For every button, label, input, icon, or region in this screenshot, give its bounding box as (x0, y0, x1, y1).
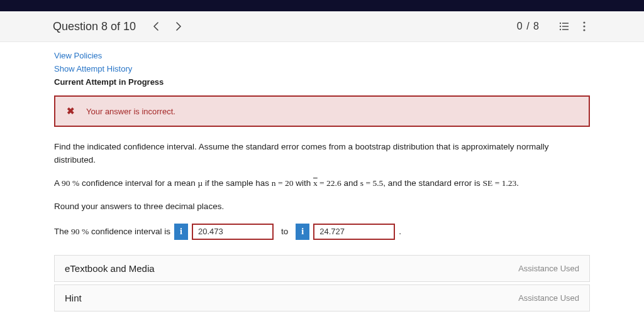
question-list-button[interactable] (557, 19, 571, 33)
info-button-upper[interactable]: i (296, 224, 309, 240)
more-options-button[interactable] (577, 19, 591, 33)
top-nav-bar (0, 0, 644, 11)
kebab-icon (583, 21, 586, 31)
prompt-details: A 90 % confidence interval for a mean µ … (54, 177, 590, 190)
math-xbar: x = 22.6 (313, 178, 341, 188)
question-number-label: Question 8 of 10 (53, 20, 136, 33)
math-percent: 90 % (71, 227, 89, 236)
math-percent: 90 % (62, 178, 79, 188)
upper-bound-input[interactable] (313, 224, 395, 240)
text-fragment: confidence interval is (89, 227, 170, 236)
text-fragment: , and the standard error is (383, 178, 482, 188)
etextbook-accordion[interactable]: eTextbook and Media Assistance Used (54, 255, 590, 282)
incorrect-alert: ✖ Your answer is incorrect. (54, 95, 590, 127)
current-attempt-label: Current Attempt in Progress (54, 77, 590, 87)
svg-point-8 (583, 29, 585, 31)
text-fragment: with (293, 178, 313, 188)
assistance-used-label: Assistance Used (518, 293, 579, 303)
accordion-label: Hint (65, 293, 82, 303)
text-fragment: and (341, 178, 360, 188)
question-content: View Policies Show Attempt History Curre… (52, 42, 592, 314)
answer-row: The 90 % confidence interval is i to i . (54, 224, 590, 240)
svg-point-0 (560, 23, 561, 24)
question-header: Question 8 of 10 0 / 8 (0, 11, 644, 42)
next-question-button[interactable] (171, 19, 186, 34)
text-fragment: The (54, 227, 71, 236)
text-fragment: if the sample has (203, 178, 272, 188)
text-fragment: A (54, 178, 62, 188)
text-fragment: . (516, 178, 519, 188)
svg-rect-1 (562, 23, 569, 24)
prompt-intro: Find the indicated confidence interval. … (54, 141, 590, 167)
svg-point-4 (560, 29, 561, 30)
accordion-label: eTextbook and Media (65, 263, 155, 274)
math-xbar-val: = 22.6 (318, 178, 341, 188)
text-fragment: confidence interval for a mean (79, 178, 197, 188)
math-se: SE = 1.23 (483, 178, 517, 188)
chevron-right-icon (176, 22, 181, 31)
prev-question-button[interactable] (148, 19, 164, 34)
score-display: 0 / 8 (517, 21, 540, 32)
alert-message: Your answer is incorrect. (86, 107, 175, 116)
hint-accordion[interactable]: Hint Assistance Used (54, 284, 590, 311)
lower-bound-input[interactable] (192, 224, 274, 240)
info-button-lower[interactable]: i (174, 224, 188, 240)
list-icon (559, 21, 569, 31)
svg-point-7 (583, 25, 585, 27)
x-icon: ✖ (67, 106, 75, 117)
svg-rect-3 (562, 26, 569, 27)
svg-point-6 (583, 21, 585, 23)
assistance-used-label: Assistance Used (518, 264, 579, 273)
view-policies-link[interactable]: View Policies (54, 51, 590, 60)
svg-point-2 (560, 26, 561, 27)
attempt-history-link[interactable]: Show Attempt History (54, 64, 590, 73)
prompt-round: Round your answers to three decimal plac… (54, 200, 590, 214)
period: . (399, 227, 401, 236)
math-s: s = 5.5 (360, 178, 384, 188)
to-text: to (281, 227, 288, 236)
chevron-left-icon (153, 22, 158, 31)
ci-lead: The 90 % confidence interval is (54, 227, 170, 237)
math-n: n = 20 (272, 178, 294, 188)
svg-rect-5 (562, 29, 569, 30)
